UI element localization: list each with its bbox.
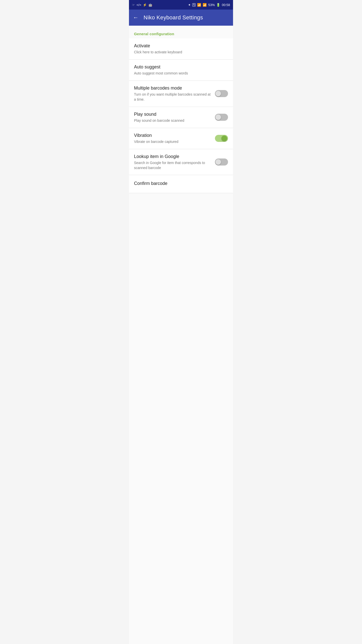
signal-icon: 📶 xyxy=(203,3,207,7)
play-sound-subtitle: Play sound on barcode scanned xyxy=(134,118,211,123)
play-sound-toggle[interactable] xyxy=(215,114,228,121)
app-bar-title: Niko Keyboard Settings xyxy=(144,14,203,21)
settings-item-vibration[interactable]: Vibration Vibrate on barcode captured xyxy=(129,128,233,149)
code-icon: </> xyxy=(137,3,141,7)
battery-text: 53% xyxy=(208,3,215,7)
activate-title: Activate xyxy=(134,43,224,49)
vibration-title: Vibration xyxy=(134,133,211,138)
usb-icon: ⚡ xyxy=(143,3,147,7)
settings-item-play-sound[interactable]: Play sound Play sound on barcode scanned xyxy=(129,107,233,128)
battery-icon: 🔋 xyxy=(216,3,220,7)
hand-icon: ☞ xyxy=(132,3,135,7)
android-icon: 🤖 xyxy=(148,3,152,7)
play-sound-title: Play sound xyxy=(134,111,211,117)
status-bar-right: ✦ N 📶 📶 53% 🔋 00:58 xyxy=(188,3,230,7)
content: General configuration Activate Click her… xyxy=(129,26,233,644)
back-button[interactable]: ← xyxy=(133,14,139,21)
status-bar-left: ☞ </> ⚡ 🤖 xyxy=(132,3,152,7)
settings-item-auto-suggest[interactable]: Auto suggest Auto suggest most common wo… xyxy=(129,60,233,81)
vibration-slider xyxy=(215,135,228,142)
vibration-toggle[interactable] xyxy=(215,135,228,142)
confirm-barcode-title: Confirm barcode xyxy=(134,181,224,186)
settings-item-lookup-google[interactable]: Lookup item in Google Search in Google f… xyxy=(129,149,233,175)
nfc-icon: N xyxy=(192,3,196,7)
wifi-icon: 📶 xyxy=(197,3,201,7)
section-header-general: General configuration xyxy=(129,26,233,38)
settings-item-multiple-barcodes[interactable]: Multiple barcodes mode Turn on if you wa… xyxy=(129,81,233,107)
auto-suggest-title: Auto suggest xyxy=(134,64,224,70)
settings-item-confirm-barcode[interactable]: Confirm barcode xyxy=(129,175,233,193)
settings-item-activate[interactable]: Activate Click here to activate keyboard xyxy=(129,38,233,60)
lookup-google-title: Lookup item in Google xyxy=(134,154,211,159)
multiple-barcodes-toggle[interactable] xyxy=(215,90,228,97)
play-sound-slider xyxy=(215,114,228,121)
lookup-google-subtitle: Search in Google for item that correspon… xyxy=(134,160,211,170)
lookup-google-toggle[interactable] xyxy=(215,158,228,166)
activate-subtitle: Click here to activate keyboard xyxy=(134,50,224,55)
settings-list: Activate Click here to activate keyboard… xyxy=(129,38,233,193)
auto-suggest-subtitle: Auto suggest most common words xyxy=(134,71,224,76)
multiple-barcodes-title: Multiple barcodes mode xyxy=(134,85,211,91)
app-bar: ← Niko Keyboard Settings xyxy=(129,10,233,26)
lookup-google-slider xyxy=(215,158,228,166)
multiple-barcodes-subtitle: Turn on if you want multiple barcodes sc… xyxy=(134,92,211,102)
vibration-subtitle: Vibrate on barcode captured xyxy=(134,139,211,144)
status-bar: ☞ </> ⚡ 🤖 ✦ N 📶 📶 53% 🔋 00:58 xyxy=(129,0,233,10)
bluetooth-icon: ✦ xyxy=(188,3,191,7)
multiple-barcodes-slider xyxy=(215,90,228,97)
time: 00:58 xyxy=(222,3,230,7)
